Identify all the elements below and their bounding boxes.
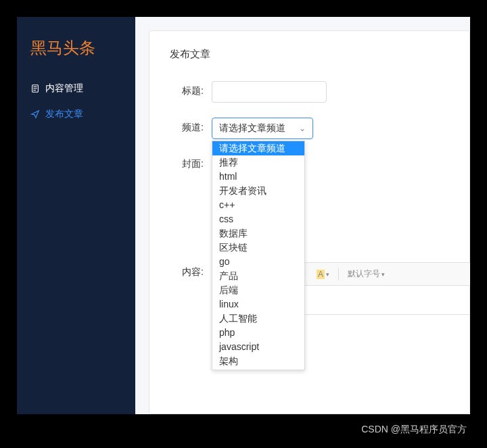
sidebar-item-label: 内容管理 bbox=[45, 82, 83, 95]
document-icon bbox=[30, 84, 40, 93]
channel-select-value: 请选择文章频道 bbox=[219, 122, 285, 134]
dropdown-option[interactable]: go bbox=[212, 255, 304, 269]
channel-dropdown[interactable]: 请选择文章频道推荐html开发者资讯c++css数据库区块链go产品后端linu… bbox=[212, 141, 305, 370]
bg-color-button[interactable]: A▾ bbox=[312, 267, 333, 282]
title-label: 标题: bbox=[170, 81, 204, 97]
content-label: 内容: bbox=[170, 262, 204, 278]
font-size-select[interactable]: 默认字号▾ bbox=[344, 266, 389, 282]
main-content: 发布文章 标题: 频道: 请选择文章频道 ⌄ 请选择文章频道推荐html开发者资… bbox=[135, 17, 470, 414]
send-icon bbox=[30, 109, 40, 119]
sidebar-item-label: 发布文章 bbox=[45, 108, 83, 120]
dropdown-option[interactable]: 数据库 bbox=[212, 226, 304, 241]
dropdown-option[interactable]: linux bbox=[212, 297, 304, 312]
dropdown-option[interactable]: javascript bbox=[212, 340, 304, 354]
dropdown-option[interactable]: 开发者资讯 bbox=[212, 184, 304, 198]
sidebar-item-publish-article[interactable]: 发布文章 bbox=[17, 101, 135, 127]
dropdown-option[interactable]: html bbox=[212, 170, 304, 184]
publish-card: 发布文章 标题: 频道: 请选择文章频道 ⌄ 请选择文章频道推荐html开发者资… bbox=[149, 30, 470, 414]
dropdown-option[interactable]: 架构 bbox=[212, 354, 304, 368]
dropdown-option[interactable]: 区块链 bbox=[212, 241, 304, 255]
toolbar-separator bbox=[338, 268, 339, 280]
chevron-down-icon: ⌄ bbox=[299, 124, 306, 133]
dropdown-option[interactable]: css bbox=[212, 212, 304, 226]
cover-label: 封面: bbox=[170, 154, 204, 170]
dropdown-option[interactable]: 人工智能 bbox=[212, 312, 304, 326]
dropdown-option[interactable]: 前端 bbox=[212, 368, 304, 370]
form-row-channel: 频道: 请选择文章频道 ⌄ 请选择文章频道推荐html开发者资讯c++css数据… bbox=[170, 118, 449, 139]
title-input[interactable] bbox=[212, 81, 327, 103]
dropdown-option[interactable]: 后端 bbox=[212, 283, 304, 297]
channel-label: 频道: bbox=[170, 118, 204, 134]
form-row-title: 标题: bbox=[170, 81, 449, 103]
dropdown-option[interactable]: 产品 bbox=[212, 269, 304, 283]
dropdown-option[interactable]: php bbox=[212, 326, 304, 340]
sidebar-item-content-management[interactable]: 内容管理 bbox=[17, 76, 135, 101]
dropdown-option[interactable]: 请选择文章频道 bbox=[212, 141, 304, 155]
dropdown-option[interactable]: c++ bbox=[212, 198, 304, 212]
dropdown-option[interactable]: 推荐 bbox=[212, 155, 304, 170]
app-logo: 黑马头条 bbox=[17, 30, 135, 76]
card-title: 发布文章 bbox=[170, 48, 449, 61]
watermark: CSDN @黑马程序员官方 bbox=[361, 424, 467, 436]
channel-select[interactable]: 请选择文章频道 ⌄ bbox=[212, 118, 313, 139]
sidebar: 黑马头条 内容管理 发布文章 bbox=[17, 17, 135, 414]
